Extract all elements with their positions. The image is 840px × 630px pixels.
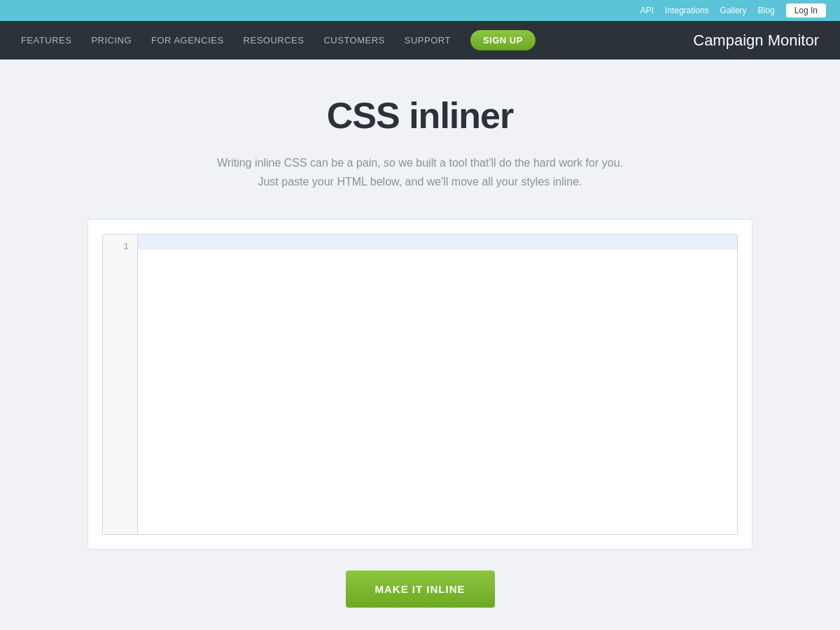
nav-features[interactable]: FEATURES bbox=[21, 35, 71, 46]
blog-link[interactable]: Blog bbox=[758, 6, 775, 15]
nav-resources[interactable]: RESOURCES bbox=[244, 35, 304, 46]
nav-customers[interactable]: CUSTOMERS bbox=[323, 35, 384, 46]
login-button[interactable]: Log In bbox=[786, 4, 826, 18]
brand-logo: Campaign Monitor bbox=[693, 31, 819, 50]
make-it-inline-button[interactable]: MAKE IT INLINE bbox=[346, 570, 495, 608]
signup-button[interactable]: SIGN UP bbox=[470, 30, 536, 50]
line-numbers: 1 bbox=[103, 234, 138, 534]
subtitle-line1: Writing inline CSS can be a pain, so we … bbox=[217, 157, 623, 169]
api-link[interactable]: API bbox=[640, 6, 654, 15]
line-number-1: 1 bbox=[123, 241, 129, 252]
main-content: CSS inliner Writing inline CSS can be a … bbox=[0, 59, 840, 630]
integrations-link[interactable]: Integrations bbox=[665, 6, 709, 15]
editor-container: 1 bbox=[88, 219, 752, 550]
top-utility-bar: API Integrations Gallery Blog Log In bbox=[0, 0, 840, 21]
html-input[interactable] bbox=[138, 234, 737, 534]
page-title: CSS inliner bbox=[327, 94, 513, 136]
textarea-wrapper bbox=[138, 234, 737, 534]
gallery-link[interactable]: Gallery bbox=[720, 6, 747, 15]
code-editor: 1 bbox=[102, 234, 738, 535]
subtitle-line2: Just paste your HTML below, and we'll mo… bbox=[258, 176, 582, 188]
nav-pricing[interactable]: PRICING bbox=[91, 35, 132, 46]
nav-for-agencies[interactable]: FOR AGENCIES bbox=[151, 35, 224, 46]
main-navigation: FEATURES PRICING FOR AGENCIES RESOURCES … bbox=[0, 21, 840, 59]
page-subtitle: Writing inline CSS can be a pain, so we … bbox=[217, 153, 623, 191]
nav-support[interactable]: SUPPORT bbox=[405, 35, 451, 46]
